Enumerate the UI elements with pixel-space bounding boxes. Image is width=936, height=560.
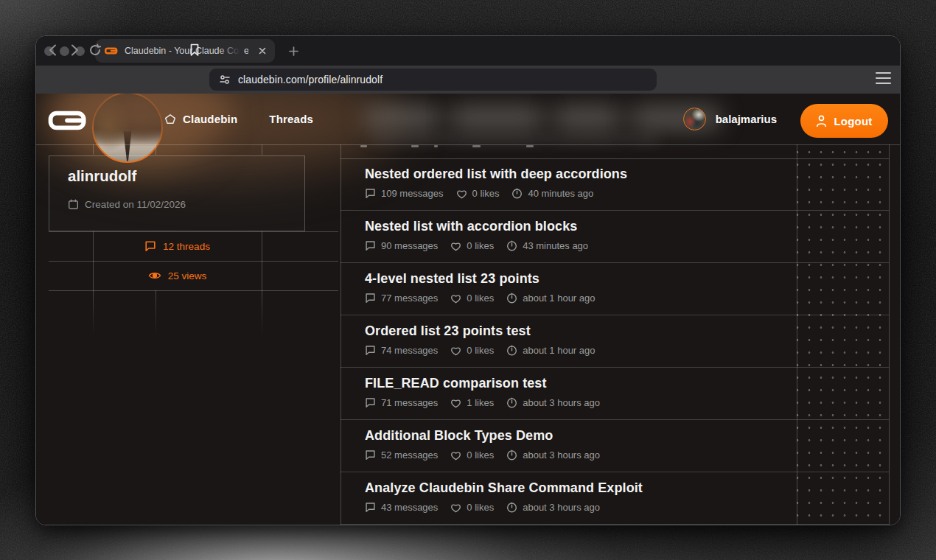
site-nav: Claudebin Threads: [164, 94, 313, 144]
likes-count: 0 likes: [450, 240, 494, 251]
grid-line-fade: [93, 290, 94, 336]
thread-meta: 74 messages 0 likes about 1 hour ago: [365, 345, 793, 356]
timestamp: about 3 hours ago: [506, 449, 600, 461]
url-text: claudebin.com/profile/alinrudolf: [238, 74, 383, 85]
grid-line-fade: [262, 290, 262, 336]
timestamp: 43 minutes ago: [506, 240, 588, 251]
heart-icon: [450, 293, 461, 304]
back-button[interactable]: [45, 43, 60, 57]
thread-meta: 43 messages 0 likes about 3 hours ago: [365, 502, 793, 513]
thread-meta: 71 messages 1 likes about 3 hours ago: [365, 397, 793, 408]
timestamp: 40 minutes ago: [511, 188, 593, 199]
claudebin-logo-icon[interactable]: [48, 111, 88, 130]
site-settings-icon[interactable]: [219, 74, 231, 85]
profile-card: alinrudolf Created on 11/02/2026: [49, 155, 305, 231]
clock-icon: [506, 240, 517, 251]
nav-link-threads[interactable]: Threads: [269, 113, 313, 125]
clock-icon: [506, 293, 517, 304]
likes-count: 0 likes: [450, 502, 494, 513]
stat-threads-label: 12 threads: [163, 241, 210, 252]
messages-count: 52 messages: [365, 449, 438, 461]
grid-line: [262, 144, 262, 155]
username: balajmarius: [716, 113, 777, 125]
stat-views-label: 25 views: [168, 270, 207, 281]
heart-icon: [450, 450, 461, 461]
timestamp: about 3 hours ago: [506, 397, 600, 408]
chat-icon: [365, 240, 376, 251]
messages-count: 74 messages: [365, 345, 438, 356]
clipped-row-fragment: [472, 145, 481, 147]
thread-meta: 90 messages 0 likes 43 minutes ago: [365, 240, 793, 251]
forward-button[interactable]: [67, 43, 82, 57]
page-content: Claudebin Threads balajmarius Logout ali…: [36, 94, 900, 525]
nav-link-claudebin[interactable]: Claudebin: [183, 113, 237, 125]
reload-button[interactable]: [88, 43, 102, 57]
user-box: balajmarius: [683, 94, 777, 144]
chat-icon: [365, 397, 376, 408]
grid-line-fade: [156, 290, 156, 336]
heart-icon: [450, 398, 461, 408]
clipped-row-fragment: [526, 145, 534, 147]
chat-icon: [365, 188, 376, 199]
thread-title: Nested list with accordion blocks: [365, 219, 793, 234]
thread-row[interactable]: FILE_READ comparison test 71 messages 1 …: [340, 368, 889, 420]
thread-row[interactable]: Ordered list 23 points test 74 messages …: [340, 315, 889, 368]
new-tab-button[interactable]: [285, 43, 301, 59]
heart-icon: [450, 503, 461, 513]
thread-title: 4-level nested list 23 points: [365, 271, 793, 287]
likes-count: 0 likes: [450, 345, 494, 356]
timestamp: about 1 hour ago: [506, 345, 595, 356]
likes-count: 0 likes: [450, 449, 494, 461]
bookmark-icon[interactable]: [187, 43, 202, 57]
menu-icon[interactable]: [876, 72, 891, 84]
likes-count: 0 likes: [456, 188, 500, 199]
home-icon: [164, 113, 176, 125]
thread-row[interactable]: Additional Block Types Demo 52 messages …: [340, 420, 889, 472]
grid-line: [156, 144, 156, 155]
chat-icon: [365, 449, 376, 461]
site-header: Claudebin Threads balajmarius Logout: [36, 94, 900, 144]
browser-tab[interactable]: Claudebin - Your Claude Code: [95, 39, 275, 63]
profile-created-label: Created on 11/02/2026: [85, 199, 186, 210]
thread-row[interactable]: Analyze Claudebin Share Command Exploit …: [340, 472, 889, 525]
thread-title: Ordered list 23 points test: [365, 323, 793, 339]
clock-icon: [511, 188, 523, 199]
clipped-row-fragment: [360, 145, 367, 147]
grid-line: [93, 144, 94, 155]
thread-row[interactable]: Nested ordered list with deep accordions…: [340, 158, 889, 211]
thread-list: Nested ordered list with deep accordions…: [340, 158, 889, 525]
likes-count: 0 likes: [450, 293, 494, 304]
likes-count: 1 likes: [450, 397, 494, 408]
messages-count: 43 messages: [365, 502, 438, 513]
timestamp: about 3 hours ago: [506, 502, 600, 513]
heart-icon: [450, 241, 461, 251]
browser-window: Claudebin - Your Claude Code claudebin.c…: [35, 35, 901, 525]
claudebin-favicon-icon: [105, 47, 118, 55]
calendar-icon: [68, 199, 79, 210]
thread-row[interactable]: 4-level nested list 23 points 77 message…: [340, 263, 889, 315]
logout-button[interactable]: Logout: [800, 104, 888, 138]
user-avatar[interactable]: [683, 108, 706, 130]
dots-right-border: [889, 144, 890, 525]
thread-row[interactable]: Nested list with accordion blocks 90 mes…: [340, 211, 889, 263]
chat-icon: [365, 345, 376, 356]
thread-title: Nested ordered list with deep accordions: [365, 167, 793, 182]
thread-title: Analyze Claudebin Share Command Exploit: [365, 480, 793, 496]
clipped-row-fragment: [434, 145, 438, 147]
clock-icon: [506, 502, 517, 513]
tab-title-fade: [219, 43, 244, 58]
clock-icon: [506, 397, 517, 408]
messages-count: 90 messages: [365, 240, 438, 251]
tab-strip: Claudebin - Your Claude Code: [36, 36, 900, 66]
messages-count: 109 messages: [365, 188, 444, 199]
url-bar[interactable]: claudebin.com/profile/alinrudolf: [209, 69, 657, 91]
thread-meta: 52 messages 0 likes about 3 hours ago: [365, 449, 793, 461]
heart-icon: [450, 346, 461, 356]
thread-title: Additional Block Types Demo: [365, 428, 793, 444]
thread-title: FILE_READ comparison test: [365, 376, 793, 391]
stat-views: 25 views: [93, 261, 262, 290]
messages-count: 71 messages: [365, 397, 438, 408]
tab-close-icon[interactable]: [257, 46, 268, 56]
grid-line: [49, 290, 338, 291]
stat-threads: 12 threads: [93, 231, 262, 261]
